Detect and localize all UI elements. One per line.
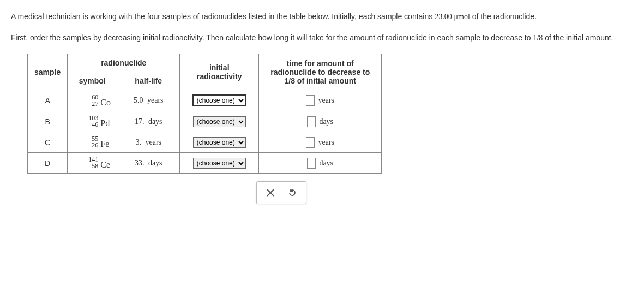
half-life-value: 17. days bbox=[117, 111, 180, 132]
radioactivity-select[interactable]: (choose one) bbox=[193, 116, 246, 127]
nuclide-symbol: 103 Pd 46 bbox=[68, 111, 117, 132]
element-symbol: Ce bbox=[100, 161, 110, 169]
time-unit: days bbox=[319, 117, 333, 126]
amount-unit: μmol bbox=[454, 13, 470, 21]
close-icon bbox=[267, 189, 274, 197]
mass-number: 60 bbox=[86, 94, 98, 100]
nuclide-symbol: 60 Co 27 bbox=[68, 90, 117, 111]
atomic-number: 26 bbox=[86, 142, 98, 149]
reset-button[interactable] bbox=[281, 185, 303, 201]
table-row: B 103 Pd 46 17. days (choose one) days bbox=[28, 111, 382, 132]
fraction: 1/8 bbox=[533, 34, 543, 42]
intro-text-2b: of the initial amount. bbox=[543, 33, 613, 42]
action-bar bbox=[256, 181, 306, 204]
sample-id: A bbox=[28, 90, 68, 111]
time-input[interactable] bbox=[306, 137, 315, 148]
sample-id: C bbox=[28, 132, 68, 153]
time-unit: years bbox=[318, 138, 334, 146]
radioactivity-select[interactable]: (choose one) bbox=[192, 94, 246, 106]
clear-button[interactable] bbox=[260, 185, 281, 201]
nuclide-symbol: 141 Ce 58 bbox=[68, 153, 117, 174]
intro-text-1: A medical technician is working with the… bbox=[11, 12, 435, 21]
radioactivity-select[interactable]: (choose one) bbox=[193, 137, 246, 148]
header-sample: sample bbox=[28, 54, 68, 90]
sample-id: D bbox=[28, 153, 68, 174]
header-initial-radioactivity: initial radioactivity bbox=[180, 54, 259, 90]
atomic-number: 46 bbox=[86, 121, 98, 128]
initial-amount: 23.00 bbox=[435, 13, 452, 21]
half-life-value: 5.0 years bbox=[117, 90, 180, 111]
problem-statement: A medical technician is working with the… bbox=[11, 11, 633, 44]
table-row: C 55 Fe 26 3. years (choose one) years bbox=[28, 132, 382, 153]
header-half-life: half-life bbox=[117, 72, 180, 90]
header-time: time for amount of radionuclide to decre… bbox=[259, 54, 382, 90]
table-row: A 60 Co 27 5.0 years (choose one) years bbox=[28, 90, 382, 111]
sample-id: B bbox=[28, 111, 68, 132]
table-row: D 141 Ce 58 33. days (choose one) days bbox=[28, 153, 382, 174]
header-radionuclide: radionuclide bbox=[68, 54, 180, 72]
half-life-value: 3. years bbox=[117, 132, 180, 153]
atomic-number: 58 bbox=[86, 163, 98, 169]
undo-icon bbox=[288, 188, 297, 197]
radionuclide-table: sample radionuclide initial radioactivit… bbox=[27, 54, 382, 174]
nuclide-symbol: 55 Fe 26 bbox=[68, 132, 117, 153]
time-input[interactable] bbox=[306, 95, 315, 106]
half-life-value: 33. days bbox=[117, 153, 180, 174]
intro-text-1b: of the radionuclide. bbox=[470, 12, 537, 21]
radioactivity-select[interactable]: (choose one) bbox=[193, 158, 246, 169]
time-input[interactable] bbox=[307, 116, 316, 127]
element-symbol: Pd bbox=[100, 119, 110, 128]
intro-text-2a: First, order the samples by decreasing i… bbox=[11, 33, 533, 42]
element-symbol: Co bbox=[100, 98, 111, 107]
time-input[interactable] bbox=[307, 158, 316, 169]
time-unit: years bbox=[318, 96, 334, 104]
atomic-number: 27 bbox=[86, 100, 98, 107]
element-symbol: Fe bbox=[100, 140, 109, 149]
time-unit: days bbox=[319, 159, 333, 167]
header-symbol: symbol bbox=[68, 72, 117, 90]
